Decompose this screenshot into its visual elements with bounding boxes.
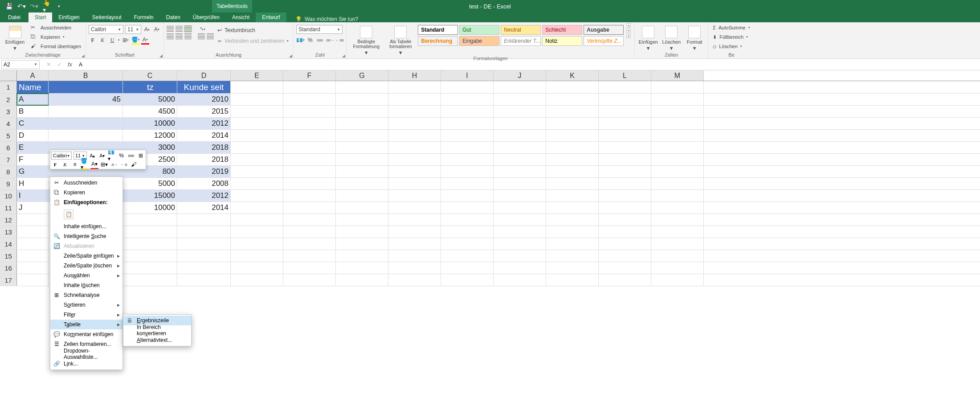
row-header-9[interactable]: 9	[0, 178, 17, 189]
cell[interactable]	[123, 238, 177, 250]
cell[interactable]: Name	[17, 81, 49, 93]
cell[interactable]	[599, 178, 651, 189]
cell[interactable]	[283, 262, 336, 274]
fill-button[interactable]: ⬇Füllbereich ▾	[711, 33, 751, 41]
cell[interactable]	[546, 106, 599, 117]
mini-accounting-button[interactable]: 💶▾	[108, 151, 116, 160]
ctx-link[interactable]: 🔗Link...	[50, 359, 122, 369]
cell[interactable]	[651, 214, 704, 226]
ctx-cut[interactable]: ✂Ausschneiden	[50, 178, 122, 188]
cell[interactable]: E	[17, 142, 49, 153]
row-header-5[interactable]: 5	[0, 130, 17, 141]
cell[interactable]	[49, 130, 123, 141]
ctx-table[interactable]: Tabelle▶	[50, 320, 122, 329]
cell[interactable]	[441, 106, 494, 117]
decrease-indent-button[interactable]	[198, 33, 205, 40]
style-cell-schlecht[interactable]: Schlecht	[542, 25, 582, 35]
worksheet-grid[interactable]: A B C D E F G H I J K L M 1NametzKunde s…	[0, 70, 980, 286]
increase-decimal-button[interactable]: .00→	[326, 36, 334, 45]
ctx-select[interactable]: Auswählen▶	[50, 271, 122, 280]
italic-button[interactable]: K	[98, 36, 106, 45]
cell[interactable]	[546, 238, 599, 250]
cell[interactable]	[441, 238, 494, 250]
cell[interactable]	[388, 226, 441, 238]
ctx-insert-rowcol[interactable]: Zeile/Spalte einfügen▶	[50, 251, 122, 261]
cell[interactable]	[283, 274, 336, 286]
fx-icon[interactable]: fx	[66, 61, 74, 68]
cell[interactable]	[599, 106, 651, 117]
cell[interactable]	[599, 214, 651, 226]
chevron-down-icon[interactable]: ▼	[34, 62, 37, 66]
col-header-H[interactable]: H	[388, 70, 441, 81]
align-top-button[interactable]	[167, 26, 174, 32]
cell[interactable]: 10000	[123, 202, 177, 214]
wrap-text-button[interactable]: ↩Textumbruch	[216, 26, 290, 35]
cell[interactable]	[336, 250, 388, 262]
mini-fill-color-button[interactable]: 🪣▾	[81, 160, 89, 169]
cell[interactable]	[651, 81, 704, 93]
cell[interactable]	[651, 178, 704, 189]
merge-center-button[interactable]: ⬌Verbinden und zentrieren ▾	[216, 37, 290, 45]
cell[interactable]	[441, 94, 494, 105]
cell[interactable]	[17, 238, 49, 250]
dialog-launcher-icon[interactable]: ◢	[159, 53, 163, 58]
cell[interactable]	[494, 226, 546, 238]
cell[interactable]	[494, 274, 546, 286]
cell[interactable]	[231, 166, 283, 177]
cell[interactable]	[231, 81, 283, 93]
cell[interactable]	[336, 238, 388, 250]
cell[interactable]	[177, 274, 231, 286]
cell[interactable]	[599, 166, 651, 177]
cell[interactable]	[49, 81, 123, 93]
cell[interactable]	[651, 130, 704, 141]
redo-icon[interactable]: ↷▾	[30, 3, 37, 10]
cell[interactable]	[283, 190, 336, 201]
submenu-convert-range[interactable]: In Bereich konvertieren	[123, 325, 191, 335]
cell[interactable]	[231, 118, 283, 129]
cell[interactable]	[336, 202, 388, 214]
cell[interactable]	[546, 178, 599, 189]
cell[interactable]: B	[17, 106, 49, 117]
cell[interactable]	[336, 118, 388, 129]
borders-button[interactable]: ⊞▾	[122, 36, 130, 45]
underline-button[interactable]: U	[108, 36, 116, 45]
cell[interactable]	[231, 226, 283, 238]
cell[interactable]	[388, 250, 441, 262]
cell[interactable]	[283, 154, 336, 165]
cell[interactable]	[283, 130, 336, 141]
cell[interactable]: 10000	[123, 118, 177, 129]
cell[interactable]: 5000	[123, 178, 177, 189]
cell[interactable]	[336, 106, 388, 117]
col-header-M[interactable]: M	[651, 70, 704, 81]
tab-review[interactable]: Überprüfen	[187, 12, 226, 22]
row-header-15[interactable]: 15	[0, 250, 17, 262]
cell[interactable]	[17, 226, 49, 238]
style-cell-verkn-pfte-z-[interactable]: Verknüpfte Z...	[584, 36, 624, 46]
font-name-combo[interactable]: Calibri▼	[89, 25, 123, 34]
scroll-down-icon[interactable]: ▾	[626, 29, 631, 33]
cell[interactable]	[441, 190, 494, 201]
tab-formulas[interactable]: Formeln	[128, 12, 160, 22]
select-all-corner[interactable]	[0, 70, 17, 81]
cell[interactable]	[441, 81, 494, 93]
cell[interactable]	[494, 190, 546, 201]
cell[interactable]	[441, 154, 494, 165]
cell[interactable]	[494, 130, 546, 141]
cell[interactable]	[17, 274, 49, 286]
cell[interactable]	[283, 202, 336, 214]
cell[interactable]	[388, 130, 441, 141]
cell[interactable]: C	[17, 118, 49, 129]
col-header-L[interactable]: L	[599, 70, 651, 81]
ctx-delete-rowcol[interactable]: Zeile/Spalte löschen▶	[50, 261, 122, 271]
cell[interactable]	[599, 226, 651, 238]
cell-styles-gallery[interactable]: StandardGutNeutralSchlechtAusgabeBerechn…	[418, 23, 624, 46]
cell[interactable]	[231, 142, 283, 153]
col-header-C[interactable]: C	[123, 70, 177, 81]
cell[interactable]	[494, 262, 546, 274]
cell[interactable]	[231, 274, 283, 286]
cut-button[interactable]: ✂Ausschneiden	[29, 23, 83, 32]
cell[interactable]	[283, 118, 336, 129]
accounting-format-button[interactable]: 💶▾	[296, 36, 304, 45]
mini-dec-decimal-button[interactable]: ←.0	[120, 160, 128, 169]
cell[interactable]	[17, 250, 49, 262]
